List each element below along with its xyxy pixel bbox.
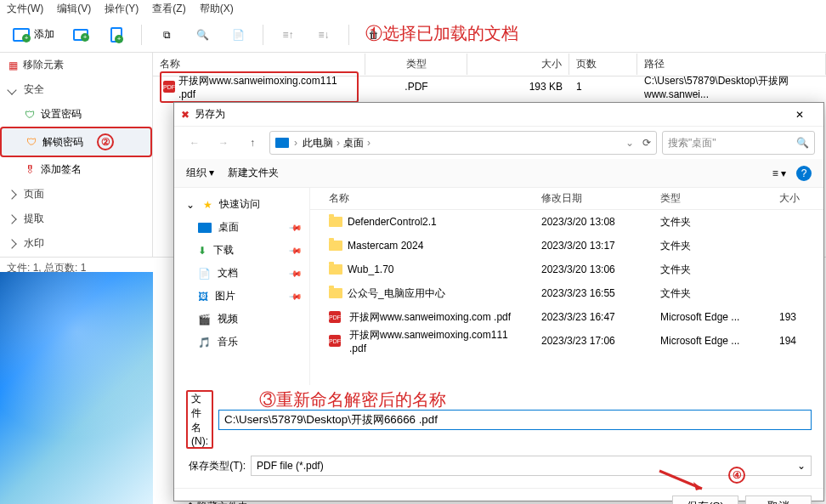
main-toolbar: + 添加 + + ⧉ 🔍 📄 ≡↑ ≡↓ 🗑 ①选择已加载的文档: [0, 17, 826, 53]
menu-action[interactable]: 操作(Y): [105, 2, 139, 15]
sidebar-security-group[interactable]: 安全: [0, 77, 152, 102]
pdf-icon: PDF: [329, 311, 341, 323]
chevron-down-icon: ⌄: [797, 460, 806, 472]
file-row[interactable]: Mastercam 20242023/3/20 13:17文件夹: [310, 234, 823, 258]
star-icon: ★: [203, 199, 212, 211]
medal-icon: 🎖: [24, 164, 36, 176]
copy-icon: ⧉: [157, 25, 176, 44]
add-label: 添加: [34, 27, 54, 42]
menu-view[interactable]: 查看(Z): [152, 2, 185, 15]
pin-icon: 📌: [289, 289, 303, 303]
quick-access[interactable]: ⌄★快速访问: [174, 193, 309, 216]
cell-size: 193 KB: [467, 79, 569, 94]
add-button[interactable]: + 添加: [7, 22, 59, 48]
dropdown-chevron-icon[interactable]: ⌄: [625, 137, 634, 149]
nav-downloads[interactable]: ⬇下载📌: [174, 239, 309, 262]
page-icon: 📄: [229, 25, 247, 44]
sidebar-extract-group[interactable]: 提取: [0, 207, 152, 231]
organize-button[interactable]: 组织 ▾: [186, 166, 214, 180]
breadcrumb: 此电脑 › 桌面 ›: [303, 136, 371, 150]
save-as-dialog: ✖ 另存为 ✕ ← → ↑ › 此电脑 › 桌面 › ⌄ ⟳ 搜索"桌面" 🔍 …: [173, 102, 824, 501]
file-row[interactable]: Wub_1.702023/3/20 13:06文件夹: [310, 258, 823, 281]
sort-down-button[interactable]: ≡↓: [309, 22, 338, 48]
hdr-name[interactable]: 名称: [322, 190, 535, 207]
music-icon: 🎵: [198, 337, 211, 348]
sidebar-set-password[interactable]: 🛡设置密码: [0, 102, 152, 127]
breadcrumb-item[interactable]: 桌面: [343, 136, 364, 150]
menu-help[interactable]: 帮助(X): [200, 2, 234, 15]
help-button[interactable]: ?: [796, 166, 812, 181]
download-icon: ⬇: [198, 245, 206, 257]
new-folder-button[interactable]: 新建文件夹: [228, 166, 279, 180]
menu-file[interactable]: 文件(W): [7, 2, 43, 15]
dialog-titlebar: ✖ 另存为 ✕: [174, 103, 823, 127]
nav-pictures[interactable]: 🖼图片📌: [174, 285, 309, 308]
menu-edit[interactable]: 编辑(V): [57, 2, 91, 15]
sidebar-unlock-password[interactable]: 🛡解锁密码②: [0, 127, 152, 157]
dialog-sidebar: ⌄★快速访问 桌面📌 ⬇下载📌 📄文档📌 🖼图片📌 🎬视频 🎵音乐: [174, 188, 310, 385]
hdr-size[interactable]: 大小: [772, 190, 806, 207]
hdr-type[interactable]: 类型: [653, 190, 772, 207]
sidebar-add-signature[interactable]: 🎖添加签名: [0, 157, 152, 182]
nav-documents[interactable]: 📄文档📌: [174, 262, 309, 285]
back-button[interactable]: ←: [183, 131, 206, 155]
refresh-button[interactable]: ⟳: [642, 137, 651, 149]
search-input[interactable]: 搜索"桌面" 🔍: [662, 131, 815, 155]
hdr-date[interactable]: 修改日期: [535, 190, 653, 207]
hide-folders-toggle[interactable]: ⌃ 隐藏文件夹: [186, 500, 248, 505]
sidebar-watermark-group[interactable]: 水印: [0, 231, 152, 256]
address-bar[interactable]: › 此电脑 › 桌面 › ⌄ ⟳: [269, 131, 657, 155]
savetype-label: 保存类型(T):: [186, 459, 246, 473]
sort-up-button[interactable]: ≡↑: [274, 22, 303, 48]
add-doc-button[interactable]: +: [102, 22, 131, 48]
add-folder-button[interactable]: +: [66, 22, 95, 48]
nav-desktop[interactable]: 桌面📌: [174, 216, 309, 239]
video-icon: 🎬: [198, 314, 211, 326]
annotation-2: ②: [97, 133, 114, 150]
col-pages[interactable]: 页数: [569, 54, 637, 75]
dialog-title: 另存为: [195, 107, 225, 122]
sidebar-move-elem[interactable]: ▦移除元素: [0, 53, 152, 77]
file-row[interactable]: PDF开拔网www.sanweimoxing.com111 .pdf2023/3…: [310, 329, 823, 353]
file-row[interactable]: 公众号_电脑应用中心2023/3/23 16:55文件夹: [310, 281, 823, 305]
pictures-icon: 🖼: [198, 291, 208, 303]
file-row[interactable]: PDF开拔网www.sanweimoxing.com111 .pdf .PDF …: [153, 76, 826, 97]
nav-videos[interactable]: 🎬视频: [174, 308, 309, 331]
desktop-icon: [198, 223, 212, 233]
add-file-icon: +: [12, 25, 31, 44]
app-logo-icon: ✖: [181, 109, 190, 121]
cancel-button[interactable]: 取消: [745, 496, 812, 504]
file-row[interactable]: DefenderControl2.12023/3/20 13:08文件夹: [310, 210, 823, 234]
breadcrumb-item[interactable]: 此电脑: [303, 136, 333, 150]
close-button[interactable]: ✕: [783, 105, 817, 125]
doc-plus-icon: +: [107, 25, 126, 44]
shield-green-icon: 🛡: [24, 109, 36, 121]
folder-plus-icon: +: [71, 25, 90, 44]
col-type[interactable]: 类型: [365, 54, 467, 75]
pin-icon: 📌: [289, 220, 303, 234]
page-button[interactable]: 📄: [223, 22, 252, 48]
folder-icon: [329, 264, 342, 275]
pin-icon: 📌: [289, 243, 303, 257]
nav-music[interactable]: 🎵音乐: [174, 331, 309, 354]
filename-input[interactable]: [218, 410, 812, 430]
col-size[interactable]: 大小: [467, 54, 569, 75]
search-placeholder: 搜索"桌面": [668, 136, 716, 150]
pin-icon: 📌: [289, 266, 303, 280]
cell-path: C:\Users\57879\Desktop\开拔网www.sanwei...: [637, 72, 826, 102]
view-options-button[interactable]: ≡ ▾: [772, 167, 786, 179]
up-button[interactable]: ↑: [240, 131, 264, 155]
annotation-4: ④: [728, 467, 745, 484]
dialog-bottom-bar: ⌃ 隐藏文件夹 ④ 保存(S) 取消: [174, 488, 823, 504]
annotation-arrow: [655, 467, 715, 497]
filename-label: 文件名(N):: [186, 390, 213, 449]
sidebar-page-group[interactable]: 页面: [0, 182, 152, 207]
copy-button[interactable]: ⧉: [152, 22, 181, 48]
annotation-1: ①选择已加载的文档: [365, 22, 518, 45]
savetype-select[interactable]: PDF file (*.pdf)⌄: [251, 456, 812, 476]
dialog-toolbar: 组织 ▾ 新建文件夹 ≡ ▾ ?: [174, 159, 823, 188]
preview-button[interactable]: 🔍: [188, 22, 217, 48]
forward-button[interactable]: →: [212, 131, 235, 155]
shield-orange-icon: 🛡: [25, 136, 37, 148]
folder-icon: [329, 241, 342, 251]
